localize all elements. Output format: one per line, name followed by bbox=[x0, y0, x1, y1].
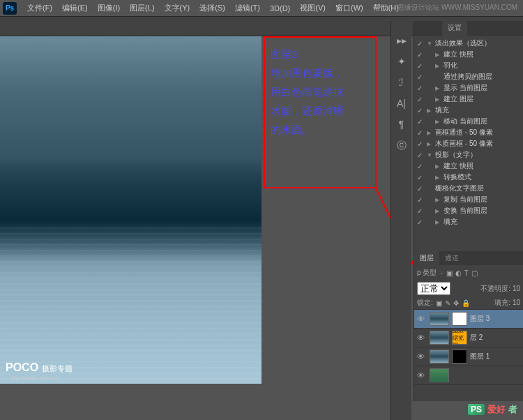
layer-mask-tooltip[interactable]: 图层缩览图 bbox=[452, 331, 467, 345]
history-item[interactable]: ✓▶建立 图层 bbox=[414, 93, 523, 105]
menu-image[interactable]: 图像(I) bbox=[93, 3, 125, 13]
poco-url: http://photo.poco.cn bbox=[10, 375, 59, 381]
filter-icon[interactable]: ▢ bbox=[471, 269, 478, 277]
menu-select[interactable]: 选择(S) bbox=[195, 3, 230, 13]
visibility-icon[interactable]: 👁 bbox=[417, 315, 427, 323]
right-tool-strip: ▸▸ ✦ ℐ A| ¶ ⓒ bbox=[391, 21, 411, 420]
annotation-line: 水面，还原清晰 bbox=[271, 101, 370, 120]
lock-row: 锁定: ▣ ✎ ✥ 🔒 填充: 10 bbox=[414, 297, 523, 310]
layer-item[interactable]: 👁 bbox=[414, 366, 523, 385]
tab-settings[interactable]: 设置 bbox=[442, 21, 467, 36]
history-panel: 设置 ✓▼淡出效果（选区） ✓▶建立 快照 ✓▶羽化 ✓通过拷贝的图层 ✓▶显示… bbox=[414, 21, 523, 251]
blend-mode-select[interactable]: 正常 bbox=[417, 282, 450, 295]
filter-icon[interactable]: ▣ bbox=[446, 269, 453, 277]
history-item[interactable]: ✓栅格化文字图层 bbox=[414, 183, 523, 194]
menu-layer[interactable]: 图层(L) bbox=[125, 3, 159, 13]
layer-mask[interactable] bbox=[452, 350, 467, 363]
filter-icon[interactable]: T bbox=[464, 269, 469, 277]
cloud-icon[interactable]: ⓒ bbox=[397, 140, 407, 152]
watermark-top: 思缘设计论坛 WWW.MISSYUAN.COM bbox=[397, 3, 517, 13]
layer-item[interactable]: 👁 图层 1 bbox=[414, 347, 523, 366]
menu-filter[interactable]: 滤镜(T) bbox=[230, 3, 265, 13]
tab-layers[interactable]: 图层 bbox=[414, 251, 439, 265]
menu-view[interactable]: 视图(V) bbox=[295, 3, 331, 13]
layer-kind-row: p 类型 ÷ ▣ ◐ T ▢ bbox=[414, 265, 523, 280]
watermark-text: 爱好 bbox=[487, 403, 506, 416]
history-item[interactable]: ✓▼投影（文字） bbox=[414, 149, 523, 160]
layers-panel: 图层 通道 p 类型 ÷ ▣ ◐ T ▢ 正常 不透明度: 10 锁定: ▣ ✎… bbox=[414, 251, 523, 401]
layer-name: 层 2 bbox=[470, 333, 483, 343]
paragraph-icon[interactable]: ¶ bbox=[399, 119, 404, 130]
panel-tabs: 设置 bbox=[414, 21, 523, 36]
tab-channels[interactable]: 通道 bbox=[439, 251, 464, 265]
lock-icon[interactable]: ✎ bbox=[445, 299, 450, 307]
history-list: ✓▼淡出效果（选区） ✓▶建立 快照 ✓▶羽化 ✓通过拷贝的图层 ✓▶显示 当前… bbox=[414, 36, 523, 229]
history-item[interactable]: ✓▶转换模式 bbox=[414, 172, 523, 183]
history-item[interactable]: ✓▶显示 当前图层 bbox=[414, 82, 523, 93]
canvas-area[interactable]: POCO 摄影专题 http://photo.poco.cn bbox=[0, 36, 262, 384]
annotation-title: 图层3: bbox=[271, 45, 370, 63]
lock-icon[interactable]: ▣ bbox=[436, 299, 442, 307]
menu-edit[interactable]: 编辑(E) bbox=[57, 3, 93, 13]
history-item[interactable]: ✓通过拷贝的图层 bbox=[414, 71, 523, 82]
annotation-line: 用白色画笔涂抹 bbox=[271, 82, 370, 101]
history-item[interactable]: ✓▼淡出效果（选区） bbox=[414, 38, 523, 49]
layer-thumbnail[interactable] bbox=[430, 331, 449, 345]
menu-window[interactable]: 窗口(W) bbox=[331, 3, 368, 13]
history-item[interactable]: ✓▶画框通道 - 50 像素 bbox=[414, 127, 523, 138]
visibility-icon[interactable]: 👁 bbox=[417, 352, 427, 361]
poco-logo: POCO 摄影专题 bbox=[6, 361, 73, 374]
bottom-watermark: PS 爱好者 bbox=[468, 403, 517, 416]
watermark-text: 者 bbox=[508, 403, 517, 416]
canvas-image: POCO 摄影专题 http://photo.poco.cn bbox=[0, 36, 262, 384]
tool-icon[interactable]: ▸▸ bbox=[397, 35, 407, 46]
layer-thumbnail[interactable] bbox=[430, 312, 449, 326]
history-item[interactable]: ✓▶复制 当前图层 bbox=[414, 194, 523, 205]
ps-badge: PS bbox=[468, 404, 485, 415]
layer-thumbnail[interactable] bbox=[430, 350, 449, 363]
visibility-icon[interactable]: 👁 bbox=[417, 371, 427, 380]
menu-file[interactable]: 文件(F) bbox=[22, 3, 57, 13]
layer-thumbnail[interactable] bbox=[430, 368, 449, 382]
layer-name: 图层 3 bbox=[470, 314, 490, 324]
layer-mask[interactable] bbox=[452, 312, 467, 326]
menu-type[interactable]: 文字(Y) bbox=[160, 3, 195, 13]
history-item[interactable]: ✓▶变换 当前图层 bbox=[414, 205, 523, 216]
history-item[interactable]: ✓▶移动 当前图层 bbox=[414, 116, 523, 127]
annotation-line: 的水面。 bbox=[271, 120, 370, 139]
history-item[interactable]: ✓▶木质画框 - 50 像素 bbox=[414, 138, 523, 149]
layer-item[interactable]: 👁 图层 3 bbox=[414, 310, 523, 329]
lock-icon[interactable]: 🔒 bbox=[462, 299, 470, 307]
text-icon[interactable]: A| bbox=[397, 98, 406, 109]
menubar: Ps 文件(F) 编辑(E) 图像(I) 图层(L) 文字(Y) 选择(S) 滤… bbox=[0, 0, 523, 17]
compass-icon[interactable]: ✦ bbox=[397, 56, 406, 67]
layer-name: 图层 1 bbox=[470, 352, 490, 361]
brush-icon[interactable]: ℐ bbox=[399, 77, 404, 88]
annotation-box: 图层3: 增加黑色蒙版， 用白色画笔涂抹 水面，还原清晰 的水面。 bbox=[264, 36, 377, 188]
filter-icon[interactable]: ◐ bbox=[455, 269, 462, 277]
visibility-icon[interactable]: 👁 bbox=[417, 333, 427, 342]
layers-tabs: 图层 通道 bbox=[414, 251, 523, 265]
annotation-line: 增加黑色蒙版， bbox=[271, 63, 370, 82]
app-logo: Ps bbox=[3, 2, 17, 15]
lock-icon[interactable]: ✥ bbox=[453, 299, 459, 307]
blend-row: 正常 不透明度: 10 bbox=[414, 280, 523, 297]
kind-label: p 类型 bbox=[417, 268, 437, 278]
layer-item[interactable]: 👁 图层缩览图 层 2 bbox=[414, 329, 523, 347]
history-item[interactable]: ✓▶建立 快照 bbox=[414, 49, 523, 60]
history-item[interactable]: ✓▶填充 bbox=[414, 105, 523, 116]
history-item[interactable]: ✓▶建立 快照 bbox=[414, 160, 523, 172]
history-item[interactable]: ✓▶羽化 bbox=[414, 60, 523, 71]
history-item[interactable]: ✓▶填充 bbox=[414, 216, 523, 227]
menu-3d[interactable]: 3D(D) bbox=[265, 4, 295, 13]
